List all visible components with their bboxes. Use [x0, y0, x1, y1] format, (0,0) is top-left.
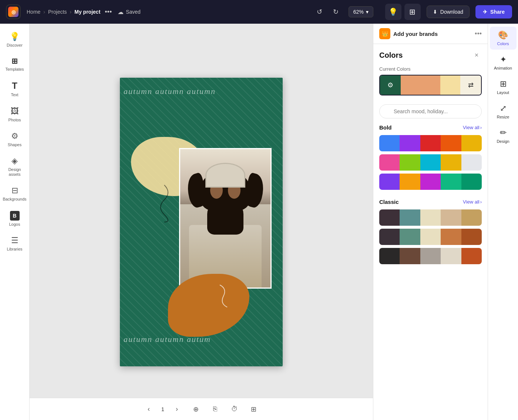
- next-page-button[interactable]: ›: [170, 403, 184, 416]
- current-color-swatch-2[interactable]: [440, 75, 460, 95]
- far-right-item-animation[interactable]: ✦ Animation: [490, 51, 517, 74]
- libraries-icon: ☰: [11, 236, 18, 245]
- classic-swatch-3-1[interactable]: [379, 248, 400, 264]
- classic-swatch-2-3[interactable]: [420, 229, 441, 245]
- grid-view-button[interactable]: ⊞: [247, 403, 260, 416]
- magic-tool-button[interactable]: 💡: [385, 4, 401, 20]
- share-button[interactable]: ✈ Share: [475, 5, 512, 19]
- bold-swatch-2-5[interactable]: [461, 154, 482, 171]
- sidebar-item-text[interactable]: T Text: [2, 77, 28, 101]
- nav-projects[interactable]: Projects: [48, 9, 67, 15]
- bold-swatch-1-2[interactable]: [400, 135, 420, 151]
- far-right-item-resize[interactable]: ⤢ Resize: [490, 100, 517, 123]
- sidebar-item-design-assets[interactable]: ◈ Design assets: [2, 152, 28, 181]
- bold-swatch-3-3[interactable]: [420, 174, 441, 190]
- breadcrumb-sep-1: ›: [43, 9, 45, 15]
- bold-swatch-3-2[interactable]: [400, 174, 420, 190]
- bold-section-title: Bold: [379, 124, 391, 131]
- classic-swatch-3-4[interactable]: [441, 248, 461, 264]
- download-button[interactable]: ⬇ Download: [427, 6, 470, 18]
- sidebar-item-libraries[interactable]: ☰ Libraries: [2, 232, 28, 255]
- classic-swatch-1-2[interactable]: [400, 209, 420, 226]
- far-right-item-layout[interactable]: ⊞ Layout: [490, 75, 517, 98]
- canvas-photo[interactable]: [179, 148, 272, 289]
- classic-palette-row-1: [379, 209, 482, 226]
- sidebar-shapes-label: Shapes: [8, 142, 21, 147]
- current-color-swatch-1[interactable]: [401, 75, 440, 95]
- resize-icon: ⤢: [500, 104, 507, 113]
- colors-close-button[interactable]: ×: [471, 50, 482, 60]
- sidebar-item-templates[interactable]: ⊞ Templates: [2, 53, 28, 75]
- zoom-control[interactable]: 62% ▾: [349, 6, 373, 17]
- sidebar-item-shapes[interactable]: ⚙ Shapes: [2, 128, 28, 151]
- app-logo[interactable]: ◎: [6, 4, 21, 19]
- classic-swatch-1-5[interactable]: [461, 209, 482, 226]
- current-color-shuffle-icon[interactable]: ⇄: [460, 75, 481, 95]
- classic-swatch-2-4[interactable]: [441, 229, 461, 245]
- bold-view-all-button[interactable]: View all ›: [463, 125, 482, 130]
- current-color-adjust-icon[interactable]: ⚙: [380, 75, 401, 95]
- nav-home[interactable]: Home: [27, 9, 40, 15]
- zoom-value: 62%: [353, 9, 364, 15]
- project-more-dots[interactable]: •••: [105, 8, 112, 16]
- sidebar-item-photos[interactable]: 🖼 Photos: [2, 103, 28, 126]
- bold-swatch-2-4[interactable]: [441, 154, 461, 171]
- page-number: 1: [161, 406, 164, 412]
- grid-tool-button[interactable]: ⊞: [404, 4, 421, 20]
- canvas-area[interactable]: autumn autumn autumn: [30, 24, 373, 420]
- bold-swatch-2-2[interactable]: [400, 154, 420, 171]
- colors-panel-title: Colors: [379, 51, 403, 60]
- classic-palette-row-3: [379, 248, 482, 264]
- far-right-animation-label: Animation: [494, 66, 512, 70]
- bold-swatch-1-1[interactable]: [379, 135, 400, 151]
- classic-swatch-1-3[interactable]: [420, 209, 441, 226]
- timer-button[interactable]: ⏱: [228, 403, 241, 416]
- classic-palette-row-2: [379, 229, 482, 245]
- classic-swatch-2-2[interactable]: [400, 229, 420, 245]
- add-page-button[interactable]: ⊕: [189, 403, 203, 416]
- sidebar-item-logos[interactable]: B Logos: [2, 207, 28, 231]
- current-colors-label: Current Colors: [379, 66, 482, 72]
- search-bar-wrapper: 🔍: [373, 101, 488, 124]
- bold-palette-section: Bold View all ›: [373, 124, 488, 199]
- share-icon: ✈: [483, 9, 487, 15]
- bold-swatch-1-4[interactable]: [441, 135, 461, 151]
- bold-swatch-3-5[interactable]: [461, 174, 482, 190]
- zoom-arrow-icon: ▾: [366, 9, 369, 15]
- shapes-icon: ⚙: [11, 131, 18, 141]
- far-right-item-colors[interactable]: 🎨 Colors: [490, 27, 517, 50]
- sidebar-item-discover[interactable]: 💡 Discover: [2, 28, 28, 51]
- canvas-design[interactable]: autumn autumn autumn: [120, 78, 283, 366]
- bold-swatch-2-3[interactable]: [420, 154, 441, 171]
- copy-page-button[interactable]: ⎘: [209, 403, 222, 416]
- classic-swatch-2-5[interactable]: [461, 229, 482, 245]
- classic-view-all-button[interactable]: View all ›: [463, 199, 482, 205]
- classic-swatch-1-1[interactable]: [379, 209, 400, 226]
- sidebar-item-backgrounds[interactable]: ⊟ Backgrounds: [2, 182, 28, 205]
- bold-swatch-1-3[interactable]: [420, 135, 441, 151]
- bold-swatch-2-1[interactable]: [379, 154, 400, 171]
- undo-button[interactable]: ↺: [313, 5, 326, 19]
- bold-palette-row-3: [379, 174, 482, 190]
- cloud-icon: ☁: [118, 9, 124, 16]
- bold-swatch-3-4[interactable]: [441, 174, 461, 190]
- share-label: Share: [490, 9, 505, 15]
- prev-page-button[interactable]: ‹: [142, 403, 155, 416]
- redo-button[interactable]: ↻: [329, 5, 343, 19]
- brand-more-button[interactable]: •••: [475, 30, 482, 38]
- classic-swatch-1-4[interactable]: [441, 209, 461, 226]
- classic-swatch-3-5[interactable]: [461, 248, 482, 264]
- download-label: Download: [440, 9, 463, 15]
- text-icon: T: [12, 81, 17, 91]
- search-wrapper: 🔍: [379, 104, 482, 118]
- classic-swatch-2-1[interactable]: [379, 229, 400, 245]
- bold-swatch-3-1[interactable]: [379, 174, 400, 190]
- saved-label: Saved: [126, 9, 141, 15]
- sidebar-logos-label: Logos: [9, 222, 20, 227]
- classic-swatch-3-3[interactable]: [420, 248, 441, 264]
- bold-swatch-1-5[interactable]: [461, 135, 482, 151]
- color-search-input[interactable]: [379, 104, 482, 118]
- classic-swatch-3-2[interactable]: [400, 248, 420, 264]
- far-right-item-design[interactable]: ✏ Design: [490, 124, 517, 147]
- classic-section-header: Classic View all ›: [379, 199, 482, 205]
